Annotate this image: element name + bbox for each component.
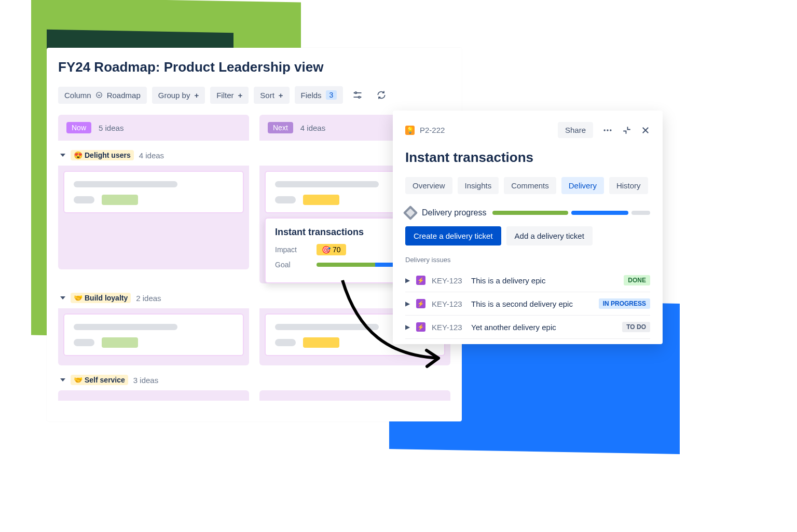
issue-summary: Yet another delivery epic	[471, 323, 616, 332]
status-badge: DONE	[624, 275, 650, 285]
delivery-issues-list: ▶⚡KEY-123This is a delivery epicDONE▶⚡KE…	[405, 269, 650, 339]
filter-button[interactable]: Filter+	[210, 87, 249, 104]
group-by-label: Group by	[158, 91, 190, 100]
skeleton-line	[74, 181, 177, 187]
filter-label: Filter	[216, 91, 233, 100]
tab-overview[interactable]: Overview	[405, 177, 452, 194]
column-count: 4 ideas	[300, 124, 325, 132]
status-badge: TO DO	[622, 322, 650, 332]
plus-icon: +	[238, 91, 243, 100]
skeleton-chip	[303, 337, 339, 348]
skeleton-line	[275, 181, 379, 187]
column-header: Now 5 ideas	[58, 115, 249, 141]
diamond-icon	[403, 206, 418, 220]
skeleton-line	[74, 324, 177, 330]
caret-down-icon	[60, 154, 65, 157]
fields-count: 3	[326, 90, 337, 100]
group-count: 2 ideas	[136, 294, 161, 303]
sort-button[interactable]: Sort+	[254, 87, 289, 104]
fields-button[interactable]: Fields 3	[295, 86, 343, 104]
collapse-icon[interactable]	[622, 126, 631, 135]
caret-down-icon	[60, 378, 65, 381]
share-button[interactable]: Share	[558, 122, 593, 138]
epic-icon: ⚡	[416, 299, 425, 308]
column-label: Column	[64, 91, 91, 100]
autosave-icon-button[interactable]	[372, 86, 391, 104]
plus-icon: +	[279, 91, 283, 100]
group-by-button[interactable]: Group by+	[152, 87, 205, 104]
group-count: 4 ideas	[139, 151, 164, 160]
goal-progress-bar	[317, 263, 394, 267]
impact-label: Impact	[275, 245, 317, 254]
issue-key: KEY-123	[432, 276, 465, 285]
idea-type-icon: 💡	[405, 126, 415, 135]
skeleton-pill	[275, 196, 296, 203]
delivery-issues-heading: Delivery issues	[405, 256, 650, 264]
delivery-progress-label: Delivery progress	[422, 208, 486, 217]
epic-icon: ⚡	[416, 322, 425, 332]
issue-key: KEY-123	[432, 323, 465, 332]
board-title: FY24 Roadmap: Product Leadership view	[58, 59, 450, 75]
issue-key: KEY-123	[432, 299, 465, 308]
sliders-icon	[352, 90, 363, 100]
idea-card[interactable]	[63, 313, 244, 356]
skeleton-line	[275, 324, 379, 330]
fields-label: Fields	[301, 91, 322, 100]
skeleton-chip	[102, 337, 138, 348]
issue-summary: This is a second delivery epic	[471, 299, 593, 308]
column-name: Next	[268, 122, 293, 133]
skeleton-chip	[102, 195, 138, 205]
svg-point-4	[359, 97, 360, 98]
svg-point-0	[96, 92, 102, 98]
create-delivery-ticket-button[interactable]: Create a delivery ticket	[405, 226, 501, 245]
panel-tabs: Overview Insights Comments Delivery Hist…	[405, 177, 650, 194]
tab-delivery[interactable]: Delivery	[561, 177, 604, 194]
plus-icon: +	[194, 91, 199, 100]
group-header-delight-users[interactable]: 😍 Delight users 4 ideas	[58, 141, 450, 166]
svg-point-3	[355, 92, 356, 93]
column-name: Now	[66, 122, 91, 133]
skeleton-chip	[303, 195, 339, 205]
group-emoji: 🤝 Self service	[71, 375, 128, 385]
group-header-self-service[interactable]: 🤝 Self service 3 ideas	[58, 365, 450, 390]
goal-label: Goal	[275, 261, 317, 269]
panel-header: 💡 P2-222 Share	[405, 122, 650, 138]
chevron-right-icon[interactable]: ▶	[405, 277, 410, 284]
impact-badge: 🎯 70	[317, 244, 346, 255]
group-emoji: 😍 Delight users	[71, 150, 134, 160]
status-badge: IN PROGRESS	[599, 298, 650, 309]
idea-card[interactable]	[63, 171, 244, 213]
tab-history[interactable]: History	[609, 177, 648, 194]
svg-point-5	[604, 129, 606, 131]
settings-icon-button[interactable]	[348, 86, 367, 104]
close-icon[interactable]	[641, 126, 650, 135]
group-count: 3 ideas	[133, 376, 158, 385]
issue-key[interactable]: P2-222	[420, 126, 553, 134]
svg-point-6	[607, 129, 608, 131]
column-value: Roadmap	[107, 91, 141, 100]
group-emoji: 🤝 Build loyalty	[71, 293, 131, 303]
issue-detail-panel: 💡 P2-222 Share Instant transactions Over…	[393, 111, 663, 344]
board-toolbar: Column Roadmap Group by+ Filter+ Sort+ F…	[58, 86, 450, 104]
more-icon[interactable]	[602, 125, 613, 135]
chevron-right-icon[interactable]: ▶	[405, 323, 410, 331]
epic-icon: ⚡	[416, 276, 425, 285]
delivery-issue-row[interactable]: ▶⚡KEY-123Yet another delivery epicTO DO	[405, 316, 650, 339]
skeleton-pill	[74, 196, 94, 203]
delivery-progress-row: Delivery progress	[405, 208, 650, 218]
delivery-issue-row[interactable]: ▶⚡KEY-123This is a delivery epicDONE	[405, 269, 650, 292]
panel-title: Instant transactions	[405, 149, 650, 166]
group-header-build-loyalty[interactable]: 🤝 Build loyalty 2 ideas	[58, 283, 450, 308]
skeleton-pill	[74, 339, 94, 346]
add-delivery-ticket-button[interactable]: Add a delivery ticket	[506, 226, 593, 245]
tab-comments[interactable]: Comments	[504, 177, 556, 194]
refresh-icon	[376, 90, 387, 100]
caret-down-icon	[60, 296, 65, 299]
delivery-issue-row[interactable]: ▶⚡KEY-123This is a second delivery epicI…	[405, 292, 650, 316]
column-select[interactable]: Column Roadmap	[58, 87, 147, 104]
tab-insights[interactable]: Insights	[458, 177, 499, 194]
svg-point-7	[610, 129, 611, 131]
delivery-progress-bar	[492, 211, 650, 215]
chevron-right-icon[interactable]: ▶	[405, 300, 410, 307]
sort-label: Sort	[260, 91, 274, 100]
